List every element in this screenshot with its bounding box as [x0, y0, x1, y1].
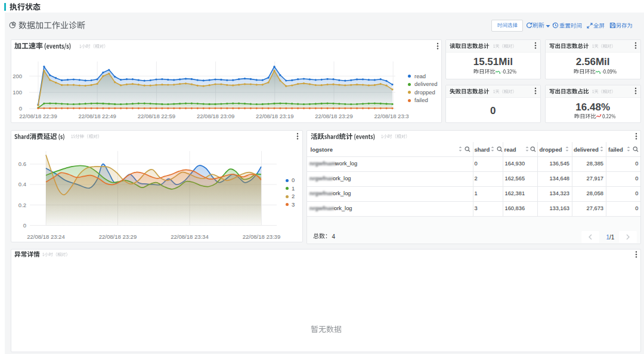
svg-text:0: 0: [23, 222, 26, 229]
svg-text:22/08/18 23:19: 22/08/18 23:19: [256, 113, 293, 119]
svg-text:22/08/18 22:49: 22/08/18 22:49: [78, 113, 116, 119]
svg-text:22/08/18 23:34: 22/08/18 23:34: [171, 233, 208, 240]
svg-text:22/08/18 23:29: 22/08/18 23:29: [99, 233, 137, 240]
svg-text:22/08/18 22:59: 22/08/18 22:59: [138, 113, 175, 119]
svg-text:22/08/18 23:09: 22/08/18 23:09: [197, 113, 234, 119]
svg-text:100: 100: [13, 89, 22, 96]
svg-text:22/08/18 23:29: 22/08/18 23:29: [315, 113, 352, 119]
svg-text:22/08/18 23:39: 22/08/18 23:39: [374, 113, 411, 119]
svg-text:0.2: 0.2: [18, 202, 26, 208]
svg-text:0.6: 0.6: [18, 161, 26, 167]
svg-text:200: 200: [13, 73, 22, 79]
svg-text:22/08/18 23:24: 22/08/18 23:24: [27, 233, 64, 240]
svg-text:22/08/18 22:39: 22/08/18 22:39: [19, 113, 57, 119]
svg-text:22/08/18 23:39: 22/08/18 23:39: [243, 233, 280, 240]
svg-text:0: 0: [19, 105, 22, 112]
svg-text:0.4: 0.4: [18, 181, 26, 187]
